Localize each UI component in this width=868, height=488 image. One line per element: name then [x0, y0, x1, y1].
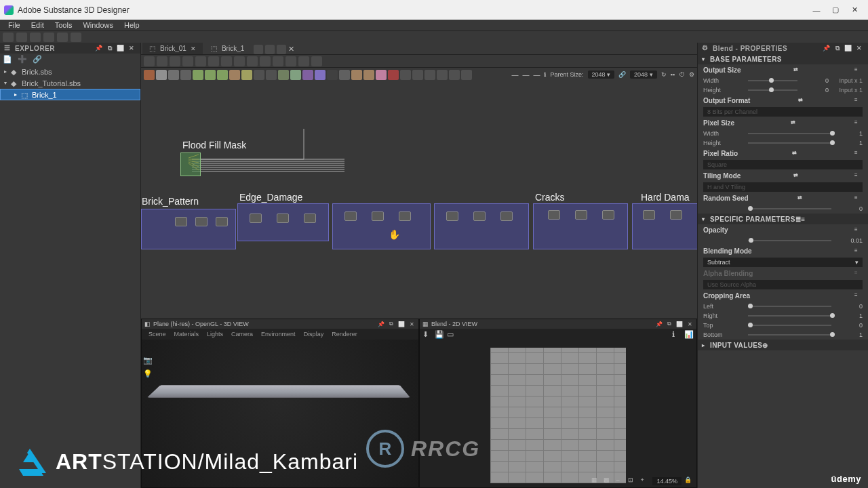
save-all-icon[interactable] — [43, 33, 54, 42]
graph-node[interactable] — [399, 211, 411, 221]
undock-icon[interactable]: ⧉ — [665, 321, 673, 328]
menu-tools[interactable]: Tools — [50, 21, 78, 29]
zoom-1to1-icon[interactable] — [208, 56, 219, 66]
maximize-icon[interactable]: ⬜ — [675, 321, 684, 328]
width-slider[interactable] — [748, 80, 797, 81]
reset-icon[interactable]: ↻ — [661, 71, 667, 78]
undock-icon[interactable]: ⧉ — [105, 44, 115, 52]
palette-item[interactable] — [217, 70, 228, 80]
menu-icon[interactable]: ≡ — [854, 119, 863, 127]
list-icon[interactable]: ≣ — [795, 216, 801, 223]
zoom-out-icon[interactable]: – — [616, 476, 625, 486]
close-panel-icon[interactable]: ✕ — [127, 44, 136, 52]
tree-item-brick-1[interactable]: ▸ ⬚ Brick_1 — [0, 89, 140, 100]
pin-icon[interactable]: 📌 — [377, 321, 385, 328]
lock-icon[interactable]: 🔗 — [618, 71, 626, 78]
palette-item[interactable] — [425, 70, 435, 80]
palette-item[interactable] — [315, 70, 326, 80]
palette-item[interactable] — [449, 70, 460, 80]
menu-file[interactable]: File — [3, 21, 26, 29]
frame-brick-pattern[interactable]: Brick_Pattern — [141, 209, 236, 249]
pixel-width-slider[interactable] — [748, 133, 831, 134]
menu-edit[interactable]: Edit — [26, 21, 50, 29]
timing-icon[interactable]: ⏱ — [679, 71, 685, 78]
graph-node[interactable] — [216, 217, 228, 226]
pin-icon[interactable]: 📌 — [822, 44, 831, 52]
undock-icon[interactable]: ⧉ — [387, 321, 395, 328]
snap-icon[interactable] — [260, 56, 271, 66]
random-seed-slider[interactable] — [748, 208, 831, 209]
undock-icon[interactable]: ⧉ — [833, 44, 842, 52]
collapse-arrow-icon[interactable]: ▾ — [702, 216, 710, 222]
crop-top-slider[interactable] — [748, 325, 831, 326]
graph-node[interactable] — [602, 210, 614, 220]
palette-item[interactable] — [461, 70, 472, 80]
link-icon[interactable]: ⇄ — [791, 119, 799, 127]
close-window-button[interactable]: ✕ — [845, 3, 864, 17]
graph-node[interactable] — [175, 217, 187, 226]
menu-icon[interactable]: ≡ — [854, 195, 863, 203]
tab-action-icon[interactable] — [254, 45, 263, 54]
palette-item[interactable] — [254, 70, 264, 80]
palette-item[interactable] — [437, 70, 448, 80]
close-tab-icon[interactable]: ✕ — [191, 45, 196, 52]
graph-node[interactable] — [277, 214, 289, 223]
palette-item[interactable] — [327, 70, 338, 80]
lock-icon[interactable]: 🔒 — [684, 476, 694, 486]
minimize-button[interactable]: — — [807, 3, 826, 17]
frame-hard-damage[interactable]: Hard Dama — [632, 203, 697, 249]
tree-item-brick-sbs[interactable]: ▸ ◆ Brick.sbs — [0, 66, 140, 77]
graph-node[interactable] — [344, 211, 357, 221]
menu-help[interactable]: Help — [119, 21, 145, 29]
opacity-slider[interactable] — [748, 240, 831, 241]
zoom-tool-icon[interactable] — [182, 56, 193, 66]
palette-item[interactable] — [193, 70, 203, 80]
menu-icon[interactable]: ≡ — [854, 66, 863, 75]
select-tool-icon[interactable] — [144, 56, 155, 66]
pixel-height-slider[interactable] — [748, 142, 831, 144]
menu-icon[interactable]: ≡ — [854, 150, 863, 158]
graph-node[interactable] — [473, 211, 486, 221]
settings-icon[interactable]: ⚙ — [689, 71, 694, 78]
maximize-icon[interactable]: ⬜ — [397, 321, 406, 328]
menu-icon[interactable]: ≡ — [854, 292, 863, 300]
palette-item[interactable] — [278, 70, 289, 80]
link-icon[interactable]: ⇄ — [792, 150, 800, 158]
menu-materials[interactable]: Materials — [170, 331, 203, 338]
parent-size-dropdown[interactable]: 2048 ▾ — [588, 70, 615, 79]
palette-item[interactable] — [290, 70, 301, 80]
zoom-in-icon[interactable]: + — [640, 476, 650, 486]
add-icon[interactable]: ⊕ — [762, 342, 768, 349]
tab-action-icon[interactable] — [277, 45, 286, 54]
palette-item[interactable] — [156, 70, 167, 80]
comment-icon[interactable] — [298, 56, 309, 66]
menu-icon[interactable]: ≡ — [854, 226, 863, 235]
collapse-arrow-icon[interactable]: ▾ — [702, 56, 710, 62]
undo-icon[interactable] — [57, 33, 68, 42]
link-icon[interactable]: ⇄ — [797, 195, 806, 203]
size2-dropdown[interactable]: 2048 ▾ — [630, 70, 657, 79]
save-image-icon[interactable]: 💾 — [435, 330, 444, 340]
pin-icon[interactable]: 📌 — [655, 321, 663, 328]
redo-icon[interactable] — [71, 33, 81, 42]
menu-display[interactable]: Display — [300, 331, 328, 338]
graph-node[interactable] — [575, 210, 587, 220]
pan-tool-icon[interactable] — [157, 56, 167, 66]
new-icon[interactable] — [3, 33, 14, 42]
tab-close-icon[interactable]: ✕ — [288, 45, 298, 54]
copy-icon[interactable]: ▭ — [447, 330, 456, 340]
menu-windows[interactable]: Windows — [77, 21, 119, 29]
palette-item[interactable] — [205, 70, 216, 80]
palette-item[interactable] — [351, 70, 362, 80]
tile-icon[interactable]: ▦ — [591, 476, 601, 486]
palette-item[interactable] — [229, 70, 240, 80]
height-slider[interactable] — [748, 89, 797, 91]
output-format-dropdown[interactable]: 8 Bits per Channel — [703, 107, 863, 117]
width-value[interactable]: 0 — [802, 77, 829, 84]
graph-node[interactable] — [195, 217, 208, 226]
frame-group[interactable] — [332, 203, 431, 249]
zoom-fit-icon[interactable]: ⊡ — [628, 476, 637, 486]
menu-scene[interactable]: Scene — [144, 331, 170, 338]
link-mode-icon[interactable] — [247, 56, 258, 66]
graph-node[interactable] — [670, 210, 682, 220]
